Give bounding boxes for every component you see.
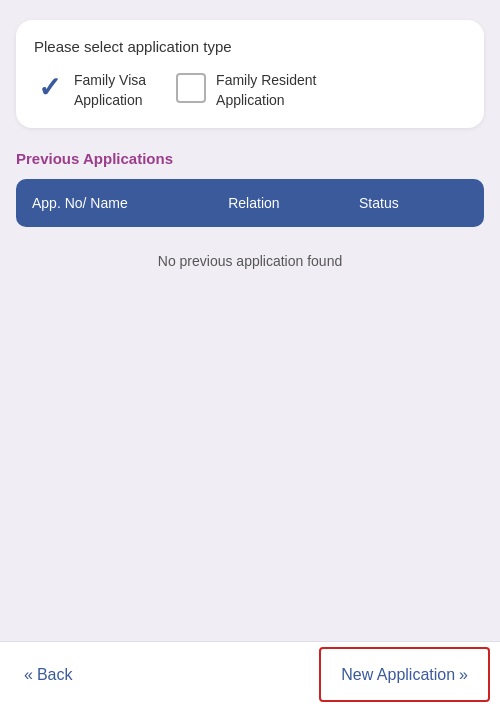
back-label: Back <box>37 666 73 684</box>
family-resident-option[interactable]: Family ResidentApplication <box>176 71 316 110</box>
app-type-card: Please select application type ✓ Family … <box>16 20 484 128</box>
new-application-button[interactable]: New Application » <box>319 647 490 702</box>
col-relation-header: Relation <box>228 195 359 211</box>
new-app-label: New Application <box>341 666 455 684</box>
col-status-header: Status <box>359 195 468 211</box>
content-area: Please select application type ✓ Family … <box>0 0 500 641</box>
back-button[interactable]: « Back <box>0 642 96 707</box>
previous-applications-label: Previous Applications <box>16 150 484 167</box>
app-type-title: Please select application type <box>34 38 466 55</box>
main-container: Please select application type ✓ Family … <box>0 0 500 707</box>
table-header: App. No/ Name Relation Status <box>16 179 484 227</box>
col-app-header: App. No/ Name <box>32 195 228 211</box>
no-apps-message: No previous application found <box>16 243 484 279</box>
new-app-chevron-icon: » <box>459 666 468 684</box>
checkmark-icon: ✓ <box>38 74 61 102</box>
app-type-options: ✓ Family VisaApplication Family Resident… <box>34 71 466 110</box>
bottom-nav: « Back New Application » <box>0 641 500 707</box>
family-resident-label: Family ResidentApplication <box>216 71 316 110</box>
back-chevron-icon: « <box>24 666 33 684</box>
family-visa-checkbox[interactable]: ✓ <box>34 73 64 103</box>
family-resident-checkbox[interactable] <box>176 73 206 103</box>
family-visa-option[interactable]: ✓ Family VisaApplication <box>34 71 146 110</box>
family-visa-label: Family VisaApplication <box>74 71 146 110</box>
